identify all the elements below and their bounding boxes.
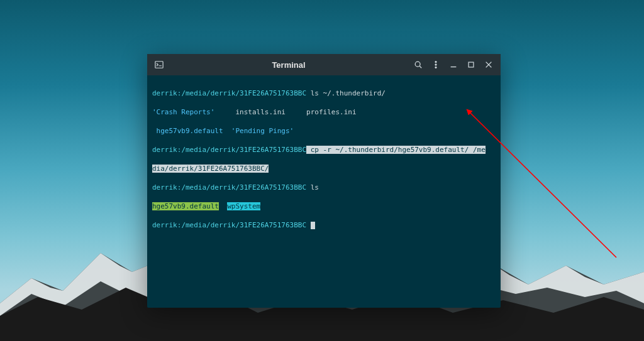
terminal-window: Terminal derrik:/media/derrik/31FE26A751… [147,54,501,308]
output-line: 'Crash Reports' installs.ini profiles.in… [152,107,496,117]
output-line: hge57vb9.default wpSystem [152,202,496,211]
svg-point-4 [435,64,436,65]
output-line: dia/derrik/31FE26A751763BBC/ [152,164,496,173]
output-line: hge57vb9.default 'Pending Pings' [152,126,496,136]
svg-point-1 [415,62,420,67]
titlebar[interactable]: Terminal [147,54,501,75]
highlighted-dir: wpSystem [227,202,260,210]
output-line: derrik:/media/derrik/31FE26A751763BBC [152,220,496,230]
terminal-output[interactable]: derrik:/media/derrik/31FE26A751763BBC ls… [147,75,501,308]
selected-text: dia/derrik/31FE26A751763BBC/ [152,165,269,173]
output-line: derrik:/media/derrik/31FE26A751763BBC ls [152,183,496,192]
output-line: derrik:/media/derrik/31FE26A751763BBC cp… [152,145,496,154]
window-title: Terminal [170,60,408,70]
app-icon [152,58,166,72]
maximize-button[interactable] [464,58,478,72]
svg-rect-7 [469,62,474,67]
cursor [311,222,315,229]
menu-icon[interactable] [429,58,443,72]
svg-line-2 [419,66,421,68]
selected-text: cp -r ~/.thunderbird/hge57vb9.default/ /… [306,146,486,154]
minimize-button[interactable] [447,58,460,72]
svg-point-5 [435,67,436,68]
close-button[interactable] [482,58,496,72]
svg-rect-0 [155,62,163,68]
svg-point-3 [435,61,436,62]
search-icon[interactable] [411,58,425,72]
highlighted-dir: hge57vb9.default [152,202,219,210]
output-line: derrik:/media/derrik/31FE26A751763BBC ls… [152,89,496,98]
